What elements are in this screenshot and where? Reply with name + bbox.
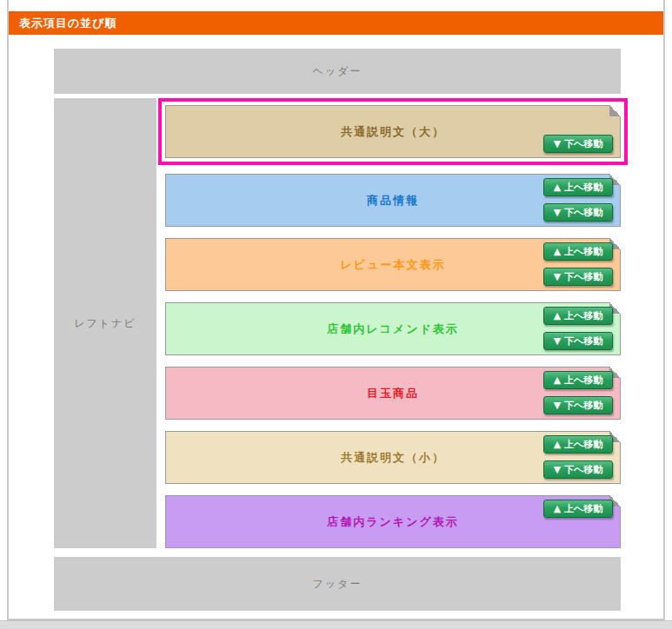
panel-title: 表示項目の並び順: [19, 17, 117, 30]
move-down-button[interactable]: ▼ 下へ移動: [543, 268, 613, 286]
move-up-button[interactable]: ▲ 上へ移動: [543, 178, 613, 196]
move-down-button[interactable]: ▼ 下へ移動: [543, 332, 613, 350]
layout-preview: ヘッダー レフトナビ 共通説明文（大） ▼ 下へ移動 商品情報 ▲ 上へ移動 ▼…: [9, 49, 663, 611]
header-placeholder: ヘッダー: [54, 49, 621, 94]
sort-item: レビュー本文表示 ▲ 上へ移動 ▼ 下へ移動: [165, 238, 621, 291]
move-down-button[interactable]: ▼ 下へ移動: [543, 203, 613, 222]
sort-item-block: 共通説明文（小） ▲ 上へ移動 ▼ 下へ移動: [165, 431, 621, 484]
sort-item-block: 店舗内ランキング表示 ▲ 上へ移動: [165, 495, 621, 548]
move-buttons: ▲ 上へ移動 ▼ 下へ移動: [543, 178, 613, 222]
footer-placeholder: フッター: [54, 557, 621, 611]
main-row: レフトナビ 共通説明文（大） ▼ 下へ移動 商品情報 ▲ 上へ移動 ▼ 下へ移動…: [54, 98, 621, 548]
sort-item-block: レビュー本文表示 ▲ 上へ移動 ▼ 下へ移動: [165, 238, 621, 291]
move-buttons: ▲ 上へ移動 ▼ 下へ移動: [543, 371, 613, 414]
move-down-button[interactable]: ▼ 下へ移動: [543, 396, 613, 414]
sort-order-panel: 表示項目の並び順 ヘッダー レフトナビ 共通説明文（大） ▼ 下へ移動 商品情報: [7, 0, 665, 620]
move-buttons: ▼ 下へ移動: [543, 109, 613, 153]
sort-item-block: 商品情報 ▲ 上へ移動 ▼ 下へ移動: [165, 174, 621, 227]
move-up-button[interactable]: ▲ 上へ移動: [543, 371, 613, 389]
move-up-button[interactable]: ▲ 上へ移動: [543, 435, 613, 454]
sort-items-list: 共通説明文（大） ▼ 下へ移動 商品情報 ▲ 上へ移動 ▼ 下へ移動 レビュー本…: [165, 98, 621, 548]
move-buttons: ▲ 上へ移動 ▼ 下へ移動: [543, 435, 613, 479]
move-up-button[interactable]: ▲ 上へ移動: [543, 307, 613, 325]
sort-item: 店舗内ランキング表示 ▲ 上へ移動: [165, 495, 621, 548]
sort-item: 共通説明文（小） ▲ 上へ移動 ▼ 下へ移動: [165, 431, 621, 484]
panel-title-bar: 表示項目の並び順: [9, 11, 663, 35]
sort-item: 共通説明文（大） ▼ 下へ移動: [158, 98, 628, 165]
header-placeholder-label: ヘッダー: [313, 64, 363, 79]
move-up-button[interactable]: ▲ 上へ移動: [543, 242, 613, 261]
move-buttons: ▲ 上へ移動 ▼ 下へ移動: [543, 307, 613, 350]
move-down-button[interactable]: ▼ 下へ移動: [543, 135, 613, 153]
footer-placeholder-label: フッター: [313, 577, 363, 592]
sort-item: 商品情報 ▲ 上へ移動 ▼ 下へ移動: [165, 174, 621, 227]
move-buttons: ▲ 上へ移動 ▼ 下へ移動: [543, 242, 613, 286]
page: 表示項目の並び順 ヘッダー レフトナビ 共通説明文（大） ▼ 下へ移動 商品情報: [0, 0, 672, 629]
sort-item: 店舗内レコメンド表示 ▲ 上へ移動 ▼ 下へ移動: [165, 302, 621, 355]
leftnav-placeholder: レフトナビ: [54, 98, 156, 548]
page-bottom-strip: [0, 620, 672, 629]
sort-item: 目玉商品 ▲ 上へ移動 ▼ 下へ移動: [165, 367, 621, 420]
sort-item-block: 店舗内レコメンド表示 ▲ 上へ移動 ▼ 下へ移動: [165, 302, 621, 355]
sort-item-block: 共通説明文（大） ▼ 下へ移動: [165, 105, 621, 158]
leftnav-placeholder-label: レフトナビ: [74, 316, 136, 331]
sort-item-block: 目玉商品 ▲ 上へ移動 ▼ 下へ移動: [165, 367, 621, 420]
move-buttons: ▲ 上へ移動: [543, 500, 613, 543]
move-up-button[interactable]: ▲ 上へ移動: [543, 500, 613, 518]
move-down-button[interactable]: ▼ 下へ移動: [543, 460, 613, 479]
